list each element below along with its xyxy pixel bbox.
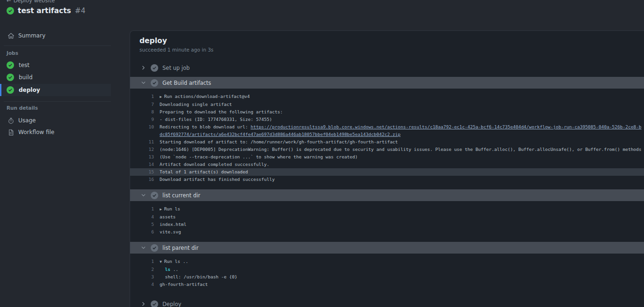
job-name: deploy <box>19 87 40 93</box>
jobs-group-label: Jobs <box>7 50 18 56</box>
sidebar-item-job-build[interactable]: build <box>0 71 111 83</box>
usage-label: Usage <box>18 117 36 124</box>
line-number[interactable]: 1 <box>130 205 154 213</box>
log-text: Downloading single artifact <box>160 101 644 108</box>
line-number[interactable]: 1 <box>130 93 154 100</box>
step-label: Set up job <box>162 65 190 71</box>
line-number[interactable]: 2 <box>130 266 154 273</box>
log-line: 12(node:1646) [DEP0005] DeprecationWarni… <box>130 146 644 153</box>
log-line: 14Artifact download completed successful… <box>130 161 644 168</box>
log-line: 4assets <box>130 213 644 221</box>
line-number[interactable]: 10 <box>130 123 154 131</box>
step-check-circle-icon <box>151 300 158 307</box>
line-number[interactable]: 4 <box>130 281 154 288</box>
line-number[interactable]: 9 <box>130 116 154 123</box>
log-text: index.html <box>160 221 644 228</box>
log-line: 6vite.svg <box>130 228 644 236</box>
sidebar-item-usage[interactable]: Usage <box>0 115 111 126</box>
line-number[interactable]: 1 <box>130 258 154 265</box>
back-link-label: Deploy website <box>14 0 55 4</box>
step-header[interactable]: list current dir <box>130 189 644 201</box>
log-text: shell: /usr/bin/bash -e {0} <box>160 273 644 281</box>
sidebar-item-job-test[interactable]: test <box>0 59 111 71</box>
log-text: Artifact download completed successfully… <box>160 161 644 168</box>
job-status-text: succeeded 1 minute ago in 3s <box>139 47 644 52</box>
log-text: assets <box>160 213 644 221</box>
step-check-circle-icon <box>151 244 158 252</box>
line-number[interactable]: 14 <box>130 161 154 168</box>
line-number[interactable]: 6 <box>130 228 154 236</box>
expand-triangle-icon[interactable]: ▶ <box>160 207 164 211</box>
line-number[interactable]: 7 <box>130 101 154 108</box>
log-line: 7Downloading single artifact <box>130 101 644 108</box>
line-number[interactable]: 8 <box>130 108 154 116</box>
line-number[interactable]: 5 <box>130 221 154 228</box>
line-number[interactable]: 4 <box>130 213 154 221</box>
step-header[interactable]: Set up job <box>130 62 644 74</box>
log-text: ▼ Run ls .. <box>160 258 644 266</box>
line-number[interactable]: 3 <box>130 273 154 281</box>
job-success-icon <box>7 61 14 69</box>
log-line: 1▶ Run ls <box>130 205 644 213</box>
back-arrow-icon: ← <box>7 0 11 4</box>
divider <box>4 101 111 102</box>
step-log-lines: 1▼ Run ls ..2 ls ..3 shell: /usr/bin/bas… <box>130 254 644 294</box>
log-line: 1▼ Run ls .. <box>130 258 644 266</box>
chevron-down-icon <box>140 245 146 251</box>
back-link[interactable]: ← Deploy website <box>7 0 55 4</box>
job-log-panel: deploy succeeded 1 minute ago in 3s Set … <box>130 30 644 307</box>
chevron-down-icon <box>140 80 146 86</box>
log-text: vite.svg <box>160 228 644 236</box>
step-check-circle-icon <box>151 192 158 199</box>
line-number[interactable]: 16 <box>130 176 154 183</box>
job-name: build <box>19 74 33 81</box>
log-line: 16Download artifact has finished success… <box>130 176 644 183</box>
sidebar-item-workflow-file[interactable]: Workflow file <box>0 127 111 138</box>
expand-triangle-icon[interactable]: ▶ <box>160 95 164 99</box>
step-header[interactable]: list parent dir <box>130 242 644 254</box>
log-text: - dist-files (ID: 1774760331, Size: 5745… <box>160 116 644 123</box>
line-number[interactable]: 11 <box>130 138 154 146</box>
chevron-right-icon <box>140 301 146 307</box>
log-line: 3 shell: /usr/bin/bash -e {0} <box>130 273 644 281</box>
log-line: 2 ls .. <box>130 266 644 273</box>
job-name: test <box>19 62 29 68</box>
log-text: (node:1646) [DEP0005] DeprecationWarning… <box>160 146 644 153</box>
workflow-file-label: Workflow file <box>18 129 54 135</box>
step-log-lines: 1▶ Run actions/download-artifact@v47Down… <box>130 89 644 189</box>
log-text: Redirecting to blob download url: https:… <box>160 123 644 138</box>
log-line: 9- dist-files (ID: 1774760331, Size: 574… <box>130 116 644 123</box>
expand-triangle-icon[interactable]: ▼ <box>160 260 164 264</box>
step-label: list parent dir <box>162 245 198 251</box>
run-success-icon <box>7 7 14 15</box>
home-icon <box>7 32 15 39</box>
sidebar-item-job-deploy[interactable]: deploy <box>0 84 111 96</box>
log-text: Total of 1 artifact(s) downloaded <box>160 168 644 176</box>
divider <box>4 45 111 46</box>
run-title-row: test artifacts #4 <box>7 7 86 15</box>
sidebar-item-summary[interactable]: Summary <box>0 30 111 41</box>
job-success-icon <box>7 74 14 81</box>
job-success-icon <box>7 86 14 94</box>
log-line: 13(Use `node --trace-deprecation ...` to… <box>130 153 644 161</box>
line-number[interactable]: 15 <box>130 168 154 176</box>
sidebar: ← Deploy website test artifacts #4 Summa… <box>0 0 111 307</box>
log-line: 15Total of 1 artifact(s) downloaded <box>130 168 644 176</box>
log-text: Starting download of artifact to: /home/… <box>160 138 644 146</box>
step-log-lines: 1▶ Run ls4assets5index.html6vite.svg <box>130 201 644 242</box>
run-details-group-label: Run details <box>7 105 38 111</box>
chevron-down-icon <box>140 192 146 199</box>
log-text: gh-fourth-artifact <box>160 281 644 288</box>
step-check-circle-icon <box>151 64 158 72</box>
step-header[interactable]: Deploy <box>130 298 644 307</box>
step-header[interactable]: Get Build artifacts <box>130 77 644 89</box>
log-viewer: Set up jobGet Build artifacts1▶ Run acti… <box>130 62 644 307</box>
log-text: Download artifact has finished successfu… <box>160 176 644 183</box>
log-text: Preparing to download the following arti… <box>160 108 644 116</box>
log-line: 8Preparing to download the following art… <box>130 108 644 116</box>
summary-label: Summary <box>18 32 45 39</box>
log-text: (Use `node --trace-deprecation ...` to s… <box>160 153 644 161</box>
line-number[interactable]: 13 <box>130 153 154 161</box>
line-number[interactable]: 12 <box>130 146 154 153</box>
run-title: test artifacts <box>18 7 71 15</box>
